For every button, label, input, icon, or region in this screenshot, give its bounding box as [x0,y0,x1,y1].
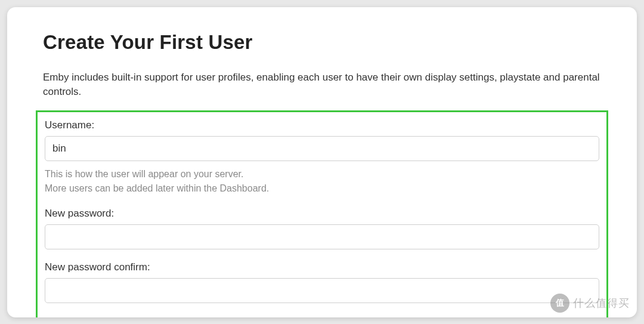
watermark-text: 什么值得买 [573,296,630,310]
password-label: New password: [45,208,599,220]
username-group: Username: This is how the user will appe… [45,119,599,196]
form-highlight-box: Username: This is how the user will appe… [36,110,608,317]
username-label: Username: [45,119,599,131]
username-input[interactable] [45,136,599,161]
password-confirm-input[interactable] [45,278,599,303]
password-confirm-label: New password confirm: [45,261,599,273]
watermark-badge-icon: 值 [550,294,569,313]
watermark: 值 什么值得买 [550,294,630,313]
password-input[interactable] [45,224,599,249]
username-help-line2: More users can be added later within the… [45,181,599,196]
password-group: New password: [45,208,599,249]
username-help: This is how the user will appear on your… [45,167,599,196]
page-title: Create Your First User [43,31,601,54]
password-confirm-group: New password confirm: [45,261,599,303]
username-help-line1: This is how the user will appear on your… [45,167,599,181]
setup-window: Create Your First User Emby includes bui… [7,7,637,317]
intro-text: Emby includes built-in support for user … [43,70,601,100]
